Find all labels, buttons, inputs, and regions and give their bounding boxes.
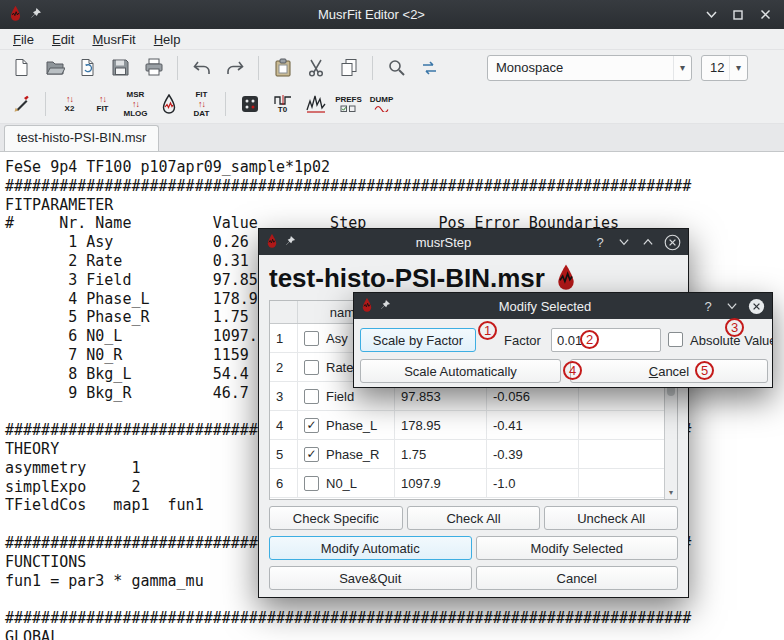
musrprefs-icon[interactable]: PREFS	[333, 90, 364, 119]
modify-selected-button[interactable]: Modify Selected	[476, 536, 679, 560]
menu-edit[interactable]: Edit	[43, 31, 83, 48]
red-arrows-icon: ↑↓	[132, 100, 139, 109]
scale-automatically-button[interactable]: Scale Automatically	[360, 359, 561, 383]
scroll-down-icon[interactable]: ▾	[665, 486, 677, 499]
param-name: Rate	[326, 360, 353, 375]
row-number: 6	[270, 469, 298, 497]
menu-musrfit[interactable]: MusrFit	[83, 31, 144, 48]
calc-chisq-icon[interactable]: ↑↓ X2	[54, 90, 85, 119]
absolute-value-checkbox[interactable]	[668, 332, 683, 347]
maximize-icon[interactable]	[639, 233, 657, 251]
close-icon[interactable]	[663, 233, 681, 251]
musrdump-icon[interactable]: DUMP	[366, 90, 397, 119]
maximize-icon[interactable]	[728, 5, 748, 25]
open-recent-icon[interactable]	[72, 53, 103, 82]
fit-dat-icon[interactable]: FIT ↑↓ DAT	[186, 90, 217, 119]
musrstep-dialog: musrStep ? test-histo-PSI-BIN.msr nam	[258, 228, 689, 598]
row-number: 1	[270, 324, 298, 352]
menu-help[interactable]: Help	[145, 31, 190, 48]
copy-icon[interactable]	[333, 53, 364, 82]
musrft-icon[interactable]	[300, 90, 331, 119]
modify-titlebar[interactable]: Modify Selected ?	[354, 293, 772, 319]
msr2data-icon[interactable]	[234, 90, 265, 119]
musrview-icon[interactable]	[153, 90, 184, 119]
pin-icon[interactable]	[284, 233, 296, 251]
minimize-icon[interactable]	[723, 297, 741, 315]
font-size-select[interactable]: 12 ▾	[701, 55, 748, 81]
save-quit-button[interactable]: Save&Quit	[269, 566, 472, 590]
paste-icon[interactable]	[267, 53, 298, 82]
row-name-cell[interactable]: ✓ Phase_R	[298, 440, 395, 468]
red-arrows-icon: ↑↓	[198, 100, 205, 109]
close-icon[interactable]	[755, 5, 775, 25]
toolbar-separator	[258, 56, 259, 80]
row-checkbox[interactable]	[304, 389, 319, 404]
factor-label: Factor	[504, 333, 541, 348]
musrwiz-icon[interactable]	[6, 90, 37, 119]
factor-input[interactable]	[551, 328, 661, 352]
editor-line: FITPARAMETER	[5, 196, 784, 215]
cancel-button[interactable]: Cancel	[570, 359, 768, 383]
musrfit-editor-window: MusrFit Editor <2> File Edit MusrFit Hel…	[0, 0, 784, 640]
minimize-icon[interactable]	[701, 5, 721, 25]
row-checkbox[interactable]	[304, 476, 319, 491]
annotation-circle-1: 1	[478, 321, 497, 340]
find-icon[interactable]	[381, 53, 412, 82]
musrt0-icon[interactable]: T0	[267, 90, 298, 119]
pin-icon[interactable]	[29, 6, 42, 24]
font-size-value: 12	[710, 60, 724, 75]
row-name-cell[interactable]: N0_L	[298, 469, 395, 497]
minimize-icon[interactable]	[615, 233, 633, 251]
cut-icon[interactable]	[300, 53, 331, 82]
main-toolbar: Monospace ▾ 12 ▾	[0, 50, 784, 85]
scale-by-factor-button[interactable]: Scale by Factor	[360, 328, 476, 352]
table-row[interactable]: 6 N0_L 1097.9 -1.0	[270, 469, 664, 498]
find-next-icon[interactable]	[414, 53, 445, 82]
msr-filename-heading: test-histo-PSI-BIN.msr	[269, 263, 545, 294]
window-titlebar[interactable]: MusrFit Editor <2>	[0, 0, 784, 29]
param-value: 1.75	[395, 440, 487, 468]
msr-mlog-swap-icon[interactable]: MSR ↑↓ MLOG	[120, 90, 151, 119]
uncheck-all-button[interactable]: Uncheck All	[544, 506, 678, 530]
font-family-value: Monospace	[496, 60, 563, 75]
new-file-icon[interactable]	[6, 53, 37, 82]
param-name: N0_L	[326, 476, 357, 491]
modify-automatic-button[interactable]: Modify Automatic	[269, 536, 472, 560]
close-icon[interactable]	[747, 297, 765, 315]
editor-line: ########################################…	[5, 177, 784, 196]
param-value: 178.95	[395, 411, 487, 439]
fit-icon[interactable]: ↑↓ FIT	[87, 90, 118, 119]
row-checkbox[interactable]: ✓	[304, 418, 319, 433]
table-row[interactable]: 4 ✓ Phase_L 178.95 -0.41	[270, 411, 664, 440]
row-checkbox[interactable]	[304, 331, 319, 346]
cancel-button[interactable]: Cancel	[476, 566, 679, 590]
pin-icon[interactable]	[379, 297, 391, 315]
annotation-circle-4: 4	[563, 361, 582, 380]
annotation-circle-5: 5	[695, 361, 714, 380]
help-icon[interactable]: ?	[591, 233, 609, 251]
row-number: 3	[270, 382, 298, 410]
redo-icon[interactable]	[219, 53, 250, 82]
row-checkbox[interactable]	[304, 360, 319, 375]
save-icon[interactable]	[105, 53, 136, 82]
toolbar-separator	[225, 92, 226, 116]
menu-file[interactable]: File	[4, 31, 43, 48]
check-specific-button[interactable]: Check Specific	[269, 506, 403, 530]
print-icon[interactable]	[138, 53, 169, 82]
font-family-select[interactable]: Monospace ▾	[487, 55, 692, 81]
check-icon: ✓	[306, 448, 316, 460]
table-row[interactable]: 5 ✓ Phase_R 1.75 -0.39	[270, 440, 664, 469]
tab-label: test-histo-PSI-BIN.msr	[17, 130, 146, 145]
menubar: File Edit MusrFit Help	[0, 29, 784, 50]
undo-icon[interactable]	[186, 53, 217, 82]
tab-msr-file[interactable]: test-histo-PSI-BIN.msr	[4, 125, 159, 151]
check-all-button[interactable]: Check All	[407, 506, 541, 530]
open-file-icon[interactable]	[39, 53, 70, 82]
toolbar-separator	[177, 56, 178, 80]
musrstep-titlebar[interactable]: musrStep ?	[259, 229, 688, 255]
row-checkbox[interactable]: ✓	[304, 447, 319, 462]
help-icon[interactable]: ?	[699, 297, 717, 315]
editor-line: FeSe 9p4 TF100 p107apr09_sample*1p02	[5, 158, 784, 177]
row-name-cell[interactable]: ✓ Phase_L	[298, 411, 395, 439]
param-name: Phase_R	[326, 447, 379, 462]
